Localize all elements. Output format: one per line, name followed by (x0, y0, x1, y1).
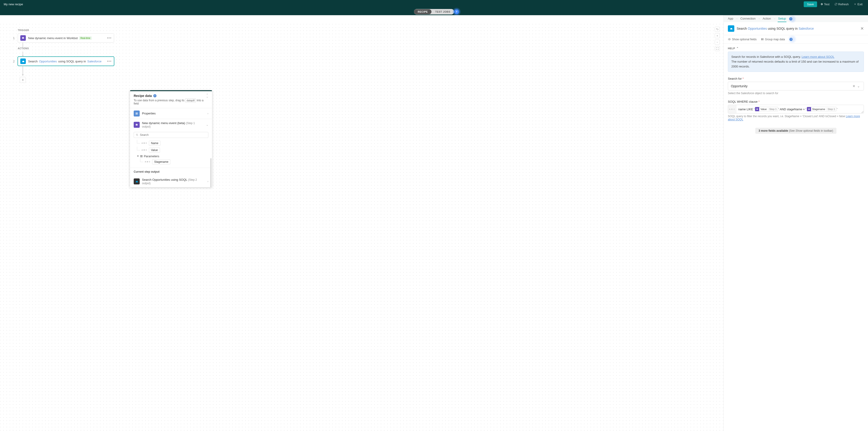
step2-app: Salesforce (87, 60, 101, 63)
chevron-up-icon: ⌃ (736, 47, 739, 50)
config-header: Search Opportunities using SOQL query in… (724, 22, 868, 35)
clear-button[interactable]: ✕ (851, 84, 856, 88)
soql-input[interactable]: A B C name LIKE ' Value Step 1 ' AND sta… (728, 105, 864, 113)
help-icon[interactable]: ? (153, 94, 156, 97)
undo-button[interactable] (715, 27, 720, 32)
recipe-data-panel: Recipe data ? ⌃⌄ To use data from a prev… (130, 90, 212, 187)
columns-icon (761, 38, 764, 41)
topbar: My new recipe Save Test Refresh Exit (0, 0, 868, 8)
parameters-row[interactable]: ▼ Parameters (137, 154, 208, 158)
properties-row[interactable]: Properties › (130, 108, 212, 119)
svg-rect-7 (136, 124, 137, 126)
tab-test-jobs[interactable]: TEST JOBS (431, 9, 454, 14)
datapill-search-input[interactable] (140, 133, 206, 136)
step1-output-row[interactable]: New dynamic menu event (beta) (Step 1 ou… (130, 119, 212, 131)
scrollbar[interactable] (210, 158, 212, 187)
svg-rect-6 (135, 114, 137, 114)
arrow-icon: → (773, 17, 776, 20)
step2-output-row[interactable]: Search Opportunities using SOQL (Step 2 … (130, 176, 212, 187)
properties-label: Properties (142, 112, 205, 115)
show-optional-fields-button[interactable]: Show optional fields (728, 38, 757, 41)
action-step-card[interactable]: Search Opportunities using SOQL query in… (18, 57, 114, 66)
svg-rect-10 (136, 124, 137, 124)
search-icon (136, 134, 138, 136)
properties-icon (134, 110, 140, 117)
gear-icon (820, 3, 823, 5)
step2-obj: Opportunities (39, 60, 57, 63)
pill-tabs: RECIPE TEST JOBS ? (414, 9, 454, 14)
type-abc-icon: A B C (145, 161, 150, 163)
soql-label: SOQL WHERE clause * (728, 100, 864, 103)
tab-action[interactable]: Action (762, 15, 771, 22)
datapill-name[interactable]: A B C Name (137, 140, 208, 147)
search-for-label: Search for * (728, 77, 864, 80)
svg-rect-14 (763, 38, 763, 40)
learn-more-link[interactable]: Learn more about SOQL (802, 55, 834, 59)
step-number-1: 1 (13, 36, 15, 40)
datapill-value[interactable]: A B C Value (137, 147, 208, 154)
help-box: Search for records in Salesforce with a … (728, 52, 864, 72)
tab-setup[interactable]: Setup (778, 15, 786, 22)
save-button[interactable]: Save (804, 1, 817, 7)
help-icon[interactable]: ? (789, 17, 793, 21)
trigger-step-card[interactable]: New dynamic menu event in WorkbotReal-ti… (18, 33, 114, 42)
close-panel-button[interactable]: ✕ (860, 26, 864, 31)
svg-rect-0 (22, 37, 24, 39)
tab-row: RECIPE TEST JOBS ? (0, 8, 868, 15)
svg-point-11 (136, 134, 137, 135)
step2-more-button[interactable]: ••• (107, 59, 112, 63)
help-icon[interactable]: ? (789, 38, 793, 41)
tab-recipe[interactable]: RECIPE (414, 9, 431, 14)
help-beacon[interactable]: ? (452, 7, 461, 16)
caret-down-icon: ▼ (137, 155, 139, 157)
output-name: Search Opportunities using SOQL (142, 178, 187, 181)
test-button[interactable]: Test (818, 2, 831, 7)
fit-button[interactable] (715, 46, 720, 51)
datapill-value-chip[interactable]: Value Step 1 (755, 107, 778, 111)
step1-more-button[interactable]: ••• (107, 36, 112, 40)
arrow-icon: → (758, 17, 761, 20)
soql-text: ' AND stageName = ' (779, 107, 806, 111)
resize-handle[interactable] (861, 111, 863, 113)
workbot-icon (755, 107, 759, 111)
recipe-data-title: Recipe data (134, 94, 152, 98)
refresh-button[interactable]: Refresh (833, 2, 851, 7)
svg-point-2 (23, 38, 24, 38)
exit-button[interactable]: Exit (852, 2, 864, 7)
group-map-data-button[interactable]: Group map data (761, 38, 785, 41)
chevron-down-icon: ⌄ (206, 123, 208, 126)
salesforce-icon (20, 59, 26, 64)
svg-point-9 (137, 125, 137, 125)
help-toggle[interactable]: HELP ⌃ (728, 47, 864, 50)
event-name: New dynamic menu event (beta) (142, 121, 185, 125)
svg-rect-15 (757, 109, 758, 109)
workbot-icon (807, 107, 811, 111)
tab-app[interactable]: App (727, 15, 734, 22)
datapill-stagename-chip[interactable]: Stagename Step 1 (807, 107, 836, 111)
zoom-in-button[interactable]: ＋ (715, 33, 720, 38)
collapse-toggle[interactable]: ⌃⌄ (206, 94, 208, 98)
realtime-badge: Real-time (79, 36, 92, 40)
step-number-2: 2 (13, 60, 15, 63)
svg-rect-16 (808, 109, 810, 109)
canvas[interactable]: ＋ － TRIGGER 1 New dynamic menu event in … (0, 15, 723, 431)
more-fields-notice: 3 more fields available (See Show option… (728, 128, 864, 134)
arrow-icon: → (736, 17, 738, 20)
soql-text: ' (837, 107, 837, 111)
svg-point-12 (729, 39, 730, 40)
chevron-down-icon[interactable]: ⌄ (856, 84, 861, 88)
svg-rect-13 (761, 38, 762, 40)
datapill-search-box[interactable] (134, 132, 208, 138)
datapill-stagename[interactable]: A B C Stagename (140, 158, 208, 165)
soql-hint: SOQL query to filter the records you wan… (728, 115, 864, 121)
search-for-select[interactable]: Opportunity ✕ ⌄ (728, 82, 864, 91)
salesforce-icon (728, 25, 734, 32)
type-abc-icon: A B C (142, 149, 147, 151)
type-abc-icon: A B C (142, 142, 147, 144)
type-abc-icon: A B C (728, 105, 736, 113)
zoom-out-button[interactable]: － (715, 40, 720, 45)
step2-pre: Search (28, 60, 37, 63)
tab-connection[interactable]: Connection (740, 15, 756, 22)
config-panel: App → Connection → Action → Setup ? Sear… (723, 15, 868, 431)
add-step-button[interactable]: ＋ (20, 77, 26, 83)
